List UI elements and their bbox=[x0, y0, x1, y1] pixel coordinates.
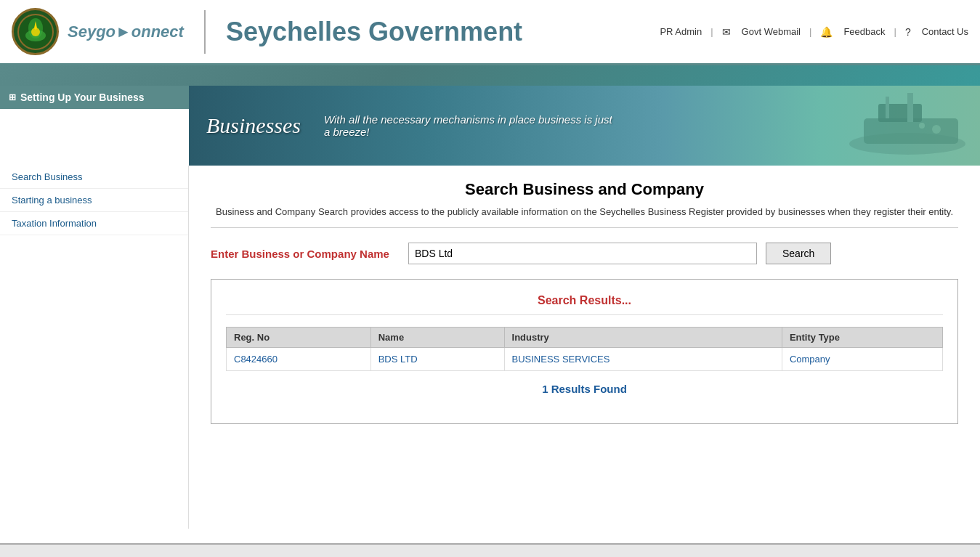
logo-brand: Seygo►onnect bbox=[68, 23, 184, 41]
results-title: Search Results... bbox=[226, 294, 943, 315]
nav-sep1: | bbox=[710, 26, 713, 37]
page-title: Search Business and Company bbox=[211, 180, 958, 199]
results-table-header: Reg. No Name Industry Entity Type bbox=[227, 328, 943, 348]
sidebar-title-text: Setting Up Your Business bbox=[20, 92, 145, 103]
results-count: 1 Results Found bbox=[226, 383, 943, 395]
svg-rect-6 bbox=[878, 104, 922, 122]
search-form-row: Enter Business or Company Name Search bbox=[211, 243, 958, 264]
reg-no-link[interactable]: C8424660 bbox=[234, 354, 278, 365]
sidebar-title-icon: ⊞ bbox=[9, 92, 16, 102]
name-link[interactable]: BDS LTD bbox=[378, 354, 418, 365]
col-header-reg-no: Reg. No bbox=[227, 328, 371, 348]
hero-business-label: Businesses bbox=[206, 113, 301, 138]
svg-point-10 bbox=[919, 123, 925, 129]
sidebar-top-spacer: ⊞ Setting Up Your Business bbox=[0, 86, 189, 166]
sidebar: Search Business Starting a business Taxa… bbox=[0, 166, 189, 529]
svg-point-9 bbox=[932, 125, 941, 134]
content-area: Search Business and Company Business and… bbox=[189, 166, 980, 529]
table-header-row: Reg. No Name Industry Entity Type bbox=[227, 328, 943, 348]
sidebar-item-taxation[interactable]: Taxation Information bbox=[0, 212, 188, 235]
banner-row: ⊞ Setting Up Your Business Businesses Wi… bbox=[0, 86, 980, 166]
hero-tagline: With all the necessary mechanisms in pla… bbox=[324, 113, 615, 138]
logo-area: Seygo►onnect Seychelles Government bbox=[12, 8, 660, 55]
cell-entity-type[interactable]: Company bbox=[782, 348, 942, 371]
footer: © 2012 Government of Seychelles, Last Mo… bbox=[0, 543, 980, 557]
col-header-entity-type: Entity Type bbox=[782, 328, 942, 348]
hero-text-area: Businesses With all the necessary mechan… bbox=[206, 113, 615, 138]
col-header-name: Name bbox=[370, 328, 504, 348]
teal-banner bbox=[0, 65, 980, 86]
svg-rect-7 bbox=[907, 93, 913, 122]
cell-industry[interactable]: BUSINESS SERVICES bbox=[504, 348, 782, 371]
sidebar-item-starting-business[interactable]: Starting a business bbox=[0, 189, 188, 212]
logo-emblem bbox=[12, 8, 59, 55]
nav-sep2: | bbox=[809, 26, 811, 37]
page-description: Business and Company Search provides acc… bbox=[211, 206, 958, 228]
cell-reg-no[interactable]: C8424660 bbox=[227, 348, 371, 371]
pr-admin-label: PR Admin bbox=[660, 26, 702, 37]
entity-type-link[interactable]: Company bbox=[790, 354, 830, 365]
col-header-industry: Industry bbox=[504, 328, 782, 348]
industry-link[interactable]: BUSINESS SERVICES bbox=[512, 354, 610, 365]
nav-sep3: | bbox=[894, 26, 896, 37]
sidebar-item-search-business[interactable]: Search Business bbox=[0, 166, 188, 189]
results-table-body: C8424660 BDS LTD BUSINESS SERVICES Compa… bbox=[227, 348, 943, 371]
results-box: Search Results... Reg. No Name Industry … bbox=[211, 279, 958, 424]
contact-link[interactable]: Contact Us bbox=[922, 26, 968, 37]
results-table: Reg. No Name Industry Entity Type C84246… bbox=[226, 327, 943, 371]
help-icon: ? bbox=[905, 26, 911, 38]
logo-divider bbox=[204, 10, 206, 54]
search-label: Enter Business or Company Name bbox=[211, 248, 400, 260]
search-button[interactable]: Search bbox=[766, 243, 831, 264]
cell-name[interactable]: BDS LTD bbox=[370, 348, 504, 371]
site-title-text: Seychelles Government bbox=[226, 17, 522, 47]
feedback-icon: 🔔 bbox=[820, 26, 833, 38]
site-header: Seygo►onnect Seychelles Government PR Ad… bbox=[0, 0, 980, 65]
svg-rect-5 bbox=[864, 118, 958, 144]
logo-text-area: Seygo►onnect bbox=[68, 23, 184, 41]
table-row: C8424660 BDS LTD BUSINESS SERVICES Compa… bbox=[227, 348, 943, 371]
main-wrapper: Search Business Starting a business Taxa… bbox=[0, 166, 980, 529]
ship-decoration bbox=[762, 89, 965, 162]
email-icon: ✉ bbox=[722, 26, 731, 38]
feedback-link[interactable]: Feedback bbox=[843, 26, 885, 37]
webmail-link[interactable]: Govt Webmail bbox=[742, 26, 801, 37]
hero-banner: Businesses With all the necessary mechan… bbox=[189, 86, 980, 166]
sidebar-title: ⊞ Setting Up Your Business bbox=[0, 86, 189, 109]
svg-rect-8 bbox=[886, 97, 889, 118]
top-nav: PR Admin | ✉ Govt Webmail | 🔔 Feedback |… bbox=[660, 26, 968, 38]
search-input[interactable] bbox=[408, 243, 757, 264]
